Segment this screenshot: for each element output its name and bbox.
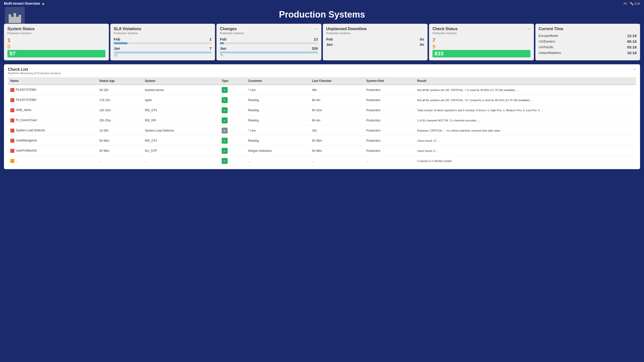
system-status-card: System Status Production Systems 1 0 97 <box>4 24 109 60</box>
col-result: Result <box>415 77 636 85</box>
changes-jan-bar <box>220 51 318 53</box>
cell-status-age: ... <box>97 156 142 166</box>
cell-result: Not all file systems are OK: CRITICAL: '… <box>415 95 636 105</box>
table-row[interactable]: UserManageme5h 58mRIE_CP1≡Riesling5h 58m… <box>8 136 636 146</box>
changes-card: Changes Production Systems → Feb 13 Jan … <box>216 24 322 60</box>
cell-name: System Load Detector <box>8 126 97 136</box>
system-status-red: 1 <box>8 37 106 43</box>
edit-button[interactable]: ✏️ Edit <box>630 2 640 5</box>
cell-status-age: 5h 58m <box>97 146 142 156</box>
cell-system-role: Production <box>364 95 415 105</box>
sla-feb-bar <box>114 42 212 44</box>
col-type: Type <box>219 77 246 85</box>
check-name: FILESYSTEMS <box>16 88 36 91</box>
changes-feb-value: 13 <box>314 37 318 41</box>
check-status-card: Check Status Production Systems → 7 5 83… <box>429 24 534 60</box>
status-dot <box>10 159 14 163</box>
svg-rect-2 <box>14 13 16 17</box>
cell-system-role: Production <box>364 136 415 146</box>
cell-status-age: 15h 25m <box>97 115 142 126</box>
status-dot <box>10 139 14 143</box>
pencil-icon: ✏️ <box>630 2 634 5</box>
col-system: System <box>142 77 219 85</box>
cell-system: KLI_GTP <box>142 146 219 156</box>
cell-last-checked: 6h 4m <box>310 95 364 105</box>
check-name: PI_CommChanr <box>16 118 37 122</box>
cell-type: ≡ <box>219 146 246 156</box>
check-status-title: Check Status <box>432 27 530 31</box>
cell-name: FILESYSTEMS <box>8 85 97 95</box>
sla-jan-value: 7 <box>210 46 212 50</box>
summary-cards: System Status Production Systems 1 0 97 … <box>0 24 644 64</box>
chevron-up-icon: ▲ <box>41 1 45 5</box>
changes-feb-bar-fill <box>220 42 224 44</box>
cell-name: UserProfilesSAI <box>8 146 97 156</box>
time-row-pacific: US/Pacific 03:18 <box>539 45 637 49</box>
checklist-subtitle: RealTime Monitoring of Production System… <box>8 72 61 75</box>
checklist-header: Check List RealTime Monitoring of Produc… <box>8 67 636 75</box>
cell-status-age: 2d 13h <box>97 85 142 95</box>
type-icon: ≡ <box>222 148 228 154</box>
table-row[interactable]: UserProfilesSAI5h 58mKLI_GTP≡Klingon Ind… <box>8 146 636 156</box>
sla-feb-bar-fill <box>114 42 128 44</box>
type-icon: ≡ <box>222 107 228 113</box>
tv-maldives: 16:18 <box>627 51 636 55</box>
top-bar: Multi-tenant Overview ▲ 🎮 ✏️ Edit <box>0 0 644 7</box>
col-system-role: System Role <box>364 77 415 85</box>
tz-berlin: Europe/Berlin <box>539 34 558 37</box>
breadcrumb: Multi-tenant Overview ▲ <box>4 1 45 5</box>
time-row-maldives: Indian/Maldives 16:18 <box>539 51 637 55</box>
check-status-arrow-icon[interactable]: → <box>527 27 531 31</box>
checklist-title: Check List <box>8 67 61 72</box>
breadcrumb-title[interactable]: Multi-tenant Overview <box>4 1 40 5</box>
cell-last-checked: ... <box>310 156 364 166</box>
cell-status-age: 1d 20h <box>97 126 142 136</box>
system-status-orange: 0 <box>8 43 106 50</box>
sla-feb-label: Feb <box>114 37 120 41</box>
downtime-title: Unplanned Downtime <box>326 27 424 31</box>
cell-customer: Riesling <box>246 136 310 146</box>
cell-last-checked: 16s <box>310 126 364 136</box>
type-icon: ≡ <box>222 87 228 93</box>
table-row[interactable]: PI_CommChanr15h 25mRIE_PIP≡Riesling6h 4m… <box>8 115 636 126</box>
type-icon: ≡ <box>222 138 228 144</box>
current-time-title: Current Time <box>539 27 637 31</box>
cell-result: Total number of alerts reported in last … <box>415 105 636 115</box>
sla-jan-label: Jan <box>114 46 120 50</box>
table-row[interactable]: HDB_Alerts12h 52mRIE_CP1≡Riesling6h 42mP… <box>8 105 636 115</box>
checklist-arrow-icon[interactable]: → <box>632 67 636 72</box>
cell-last-checked: 6h 4m <box>310 115 364 126</box>
sla-jan-bar <box>114 51 212 53</box>
table-row[interactable]: System Load Detector1d 20hSystem Load De… <box>8 126 636 136</box>
check-name: UserManageme <box>16 139 37 142</box>
cell-type: ≡ <box>219 95 246 105</box>
check-name: UserProfilesSAI <box>16 149 37 152</box>
col-name: Name <box>8 77 97 85</box>
tv-berlin: 12:18 <box>627 34 636 38</box>
table-row[interactable]: FILESYSTEMS2d 13havantra-server≡* Live49… <box>8 85 636 95</box>
check-status-orange: 5 <box>432 43 530 50</box>
table-header-row: Name Status Age System Type Customer Las… <box>8 77 636 85</box>
cell-last-checked: 49s <box>310 85 364 95</box>
check-status-subtitle: Production Systems <box>432 32 530 35</box>
cell-customer: Klingon Industries <box>246 146 310 156</box>
cell-system-role: Production <box>364 126 415 136</box>
cell-customer: ... <box>246 156 310 166</box>
cell-system: hybis <box>142 95 219 105</box>
cell-result: 2 user(s) in 2 client(s) tested. <box>415 156 636 166</box>
cell-last-checked: 6h 42m <box>310 105 364 115</box>
col-customer: Customer <box>246 77 310 85</box>
table-row[interactable]: FILESYSTEMS17d 21hhybis≡Riesling6h 4mPro… <box>8 95 636 105</box>
cell-result: Users found: 17 ... <box>415 136 636 146</box>
col-last-checked: Last Checked <box>310 77 364 85</box>
sla-jan-bar-fill <box>114 51 212 53</box>
tz-eastern: US/Eastern <box>539 39 555 43</box>
status-dot <box>10 129 14 133</box>
cell-type: ≡ <box>219 156 246 166</box>
checklist-section: Check List RealTime Monitoring of Produc… <box>4 64 640 169</box>
cell-customer: * Live <box>246 126 310 136</box>
cell-system: ... <box>142 156 219 166</box>
table-row[interactable]: .........≡.........2 user(s) in 2 client… <box>8 156 636 166</box>
current-time-card: Current Time Europe/Berlin 12:18 US/East… <box>536 24 640 60</box>
changes-arrow-icon[interactable]: → <box>314 27 318 31</box>
